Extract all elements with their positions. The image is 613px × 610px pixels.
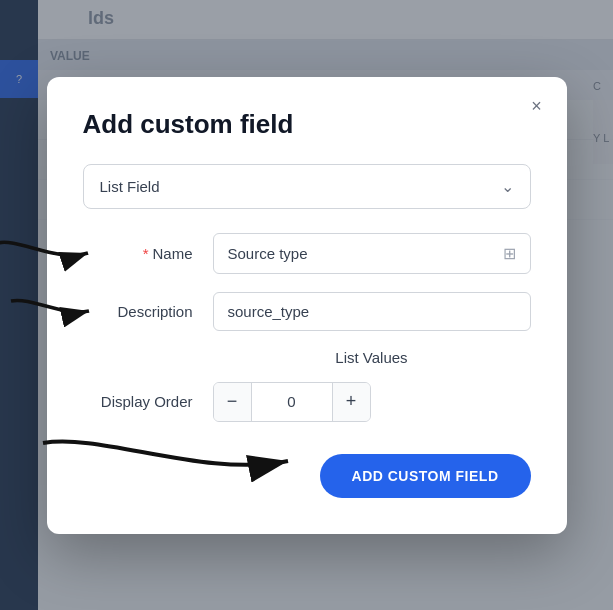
modal-title: Add custom field: [83, 109, 531, 140]
name-label: *Name: [83, 245, 213, 262]
description-label: Description: [83, 303, 213, 320]
submit-row: ADD CUSTOM FIELD: [83, 454, 531, 498]
submit-button[interactable]: ADD CUSTOM FIELD: [320, 454, 531, 498]
arrow-to-submit: [23, 423, 303, 493]
required-indicator: *: [143, 245, 149, 262]
list-values-label: List Values: [83, 349, 531, 366]
modal-overlay: × Add custom field List Field ⌄ *Name: [0, 0, 613, 610]
dropdown-value: List Field: [100, 178, 160, 195]
chevron-down-icon: ⌄: [501, 177, 514, 196]
modal-dialog: × Add custom field List Field ⌄ *Name: [47, 77, 567, 534]
description-input[interactable]: [228, 303, 516, 320]
display-order-row: Display Order − 0 +: [83, 382, 531, 422]
stepper-value: 0: [252, 383, 332, 421]
name-field-row: *Name ⊞: [83, 233, 531, 274]
display-order-stepper: − 0 +: [213, 382, 371, 422]
description-field-row: Description: [83, 292, 531, 331]
name-input-wrapper[interactable]: ⊞: [213, 233, 531, 274]
name-input[interactable]: [228, 245, 503, 262]
close-button[interactable]: ×: [523, 93, 551, 121]
decrement-button[interactable]: −: [214, 383, 252, 421]
field-type-dropdown[interactable]: List Field ⌄: [83, 164, 531, 209]
field-type-icon: ⊞: [503, 244, 516, 263]
increment-button[interactable]: +: [332, 383, 370, 421]
description-input-wrapper[interactable]: [213, 292, 531, 331]
display-order-label: Display Order: [83, 393, 213, 410]
